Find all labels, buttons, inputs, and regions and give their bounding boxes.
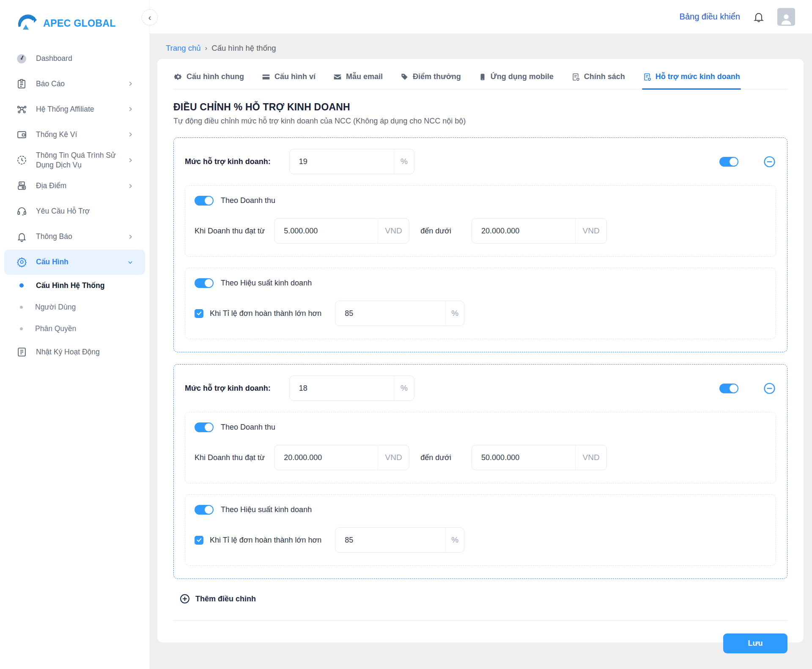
completion-rate-label: Khi Tỉ lệ đơn hoàn thành lớn hơn — [210, 309, 321, 318]
support-percent-input[interactable] — [290, 157, 394, 166]
activity-log-icon — [16, 347, 27, 358]
sidebar-item-wallet-stats[interactable]: Thống Kê Ví — [0, 122, 149, 147]
tab-label: Cấu hình chung — [187, 72, 244, 81]
chevron-right-icon — [127, 234, 133, 240]
tab-general-config[interactable]: Cấu hình chung — [173, 70, 245, 89]
breadcrumb: Trang chủ › Cấu hình hệ thống — [150, 34, 812, 59]
breadcrumb-current: Cấu hình hệ thống — [211, 44, 276, 53]
tab-mobile-app[interactable]: Ứng dụng mobile — [478, 70, 554, 89]
revenue-from-input[interactable] — [274, 227, 378, 236]
sidebar-item-reports[interactable]: Báo Cáo — [0, 71, 149, 96]
sidebar-subitem-label: Cấu Hình Hệ Thống — [36, 281, 104, 290]
section-header: Mức hỗ trợ kinh doanh: % — [185, 376, 776, 401]
user-avatar[interactable] — [777, 8, 795, 26]
adjustment-section-1: Mức hỗ trợ kinh doanh: % Theo Doanh thu — [173, 137, 787, 352]
sidebar-subitem-users[interactable]: Người Dùng — [0, 296, 149, 318]
completion-rate-group: % — [335, 527, 464, 553]
revenue-from-group: VND — [274, 218, 409, 244]
performance-condition-card: Theo Hiệu suất kinh doanh Khi Tỉ lệ đơn … — [185, 268, 776, 339]
tab-wallet-config[interactable]: Cấu hình ví — [261, 70, 316, 89]
bullet-dot-icon — [20, 327, 23, 330]
sidebar-subitem-label: Người Dùng — [35, 303, 76, 312]
clipboard-icon — [16, 78, 27, 89]
breadcrumb-home-link[interactable]: Trang chủ — [166, 44, 201, 53]
completion-rate-checkbox[interactable] — [195, 536, 203, 545]
revenue-toggle[interactable] — [195, 422, 214, 432]
tab-policies[interactable]: Chính sách — [571, 70, 626, 89]
dashboard-link[interactable]: Bảng điều khiển — [680, 12, 740, 22]
chevron-down-icon — [127, 259, 133, 265]
revenue-to-label: đến dưới — [420, 453, 451, 462]
adjustment-section-2: Mức hỗ trợ kinh doanh: % Theo Doanh thu — [173, 364, 787, 579]
tab-label: Ứng dụng mobile — [491, 72, 554, 81]
revenue-to-group: VND — [472, 218, 607, 244]
sidebar-item-activity-log[interactable]: Nhật Ký Hoạt Động — [0, 340, 149, 365]
sidebar-item-label: Hệ Thống Affiliate — [36, 104, 127, 114]
remove-section-icon[interactable] — [763, 155, 776, 168]
performance-toggle[interactable] — [195, 278, 214, 288]
completion-rate-group: % — [335, 301, 464, 326]
section-enabled-toggle[interactable] — [719, 384, 738, 393]
tab-business-support[interactable]: Hỗ trợ mức kinh doanh — [642, 70, 741, 89]
divider — [173, 620, 787, 621]
performance-condition-card: Theo Hiệu suất kinh doanh Khi Tỉ lệ đơn … — [185, 494, 776, 566]
section-enabled-toggle[interactable] — [719, 157, 738, 167]
section-header: Mức hỗ trợ kinh doanh: % — [185, 149, 776, 174]
revenue-condition-card: Theo Doanh thu Khi Doanh thu đạt từ VND … — [185, 185, 776, 257]
brand-logo[interactable]: APEC GLOBAL — [0, 0, 149, 34]
support-percent-input[interactable] — [290, 384, 394, 393]
vnd-addon: VND — [575, 445, 606, 470]
revenue-to-input[interactable] — [472, 227, 575, 236]
sidebar-subitem-system-config[interactable]: Cấu Hình Hệ Thống — [0, 275, 149, 296]
sidebar-item-configuration[interactable]: Cấu Hình — [4, 250, 145, 275]
completion-rate-input[interactable] — [335, 536, 445, 545]
tab-label: Hỗ trợ mức kinh doanh — [656, 72, 740, 81]
sidebar-item-locations[interactable]: Địa Điểm — [0, 173, 149, 199]
sidebar-item-label: Thông Báo — [36, 232, 127, 241]
sidebar-item-label: Dashboard — [36, 54, 133, 63]
revenue-toggle[interactable] — [195, 196, 214, 206]
sidebar-item-label: Thông Tin Quá Trình Sử Dụng Dịch Vụ — [36, 151, 127, 170]
settings-tabs: Cấu hình chung Cấu hình ví Mẫu email — [173, 70, 787, 90]
sidebar-subitem-permissions[interactable]: Phân Quyền — [0, 318, 149, 340]
tag-icon — [401, 73, 409, 81]
save-button[interactable]: Lưu — [723, 633, 787, 653]
tab-reward-points[interactable]: Điểm thưởng — [400, 70, 462, 89]
sidebar-item-dashboard[interactable]: Dashboard — [0, 46, 149, 71]
sidebar-item-affiliate[interactable]: Hệ Thống Affiliate — [0, 96, 149, 122]
add-adjustment-button[interactable]: Thêm điều chỉnh — [179, 593, 787, 604]
performance-toggle[interactable] — [195, 505, 214, 515]
completion-rate-input[interactable] — [335, 309, 445, 318]
card-icon — [262, 73, 270, 81]
revenue-toggle-label: Theo Doanh thu — [221, 423, 275, 432]
tab-label: Cấu hình ví — [274, 72, 315, 81]
brand-logo-icon — [17, 13, 39, 34]
vnd-addon: VND — [575, 219, 606, 243]
vnd-addon: VND — [378, 445, 409, 470]
revenue-toggle-label: Theo Doanh thu — [221, 196, 275, 205]
completion-rate-label: Khi Tỉ lệ đơn hoàn thành lớn hơn — [210, 536, 321, 545]
headset-icon — [16, 206, 27, 217]
percent-addon: % — [445, 301, 464, 326]
revenue-to-input[interactable] — [472, 453, 575, 462]
gear-icon — [174, 73, 182, 81]
sidebar-subitem-label: Phân Quyền — [35, 324, 76, 333]
sidebar-collapse-button[interactable]: ‹ — [142, 9, 158, 25]
support-percent-group: % — [289, 376, 414, 401]
tab-email-templates[interactable]: Mẫu email — [332, 70, 384, 89]
sidebar-item-support-requests[interactable]: Yêu Cầu Hỗ Trợ — [0, 199, 149, 224]
notification-bell-icon[interactable] — [753, 11, 765, 23]
remove-section-icon[interactable] — [763, 382, 776, 395]
gear-icon — [16, 257, 27, 268]
sidebar-item-service-history[interactable]: Thông Tin Quá Trình Sử Dụng Dịch Vụ — [0, 147, 149, 173]
support-percent-group: % — [289, 149, 414, 174]
bullet-dot-icon — [19, 283, 24, 288]
sidebar-item-label: Thống Kê Ví — [36, 130, 127, 140]
completion-rate-checkbox[interactable] — [195, 309, 203, 318]
sidebar-item-label: Yêu Cầu Hỗ Trợ — [36, 206, 133, 216]
configuration-submenu: Cấu Hình Hệ Thống Người Dùng Phân Quyền — [0, 275, 149, 340]
performance-toggle-label: Theo Hiệu suất kinh doanh — [221, 505, 312, 514]
chevron-right-icon — [127, 157, 133, 163]
revenue-from-input[interactable] — [274, 453, 378, 462]
sidebar-item-notifications[interactable]: Thông Báo — [0, 224, 149, 250]
